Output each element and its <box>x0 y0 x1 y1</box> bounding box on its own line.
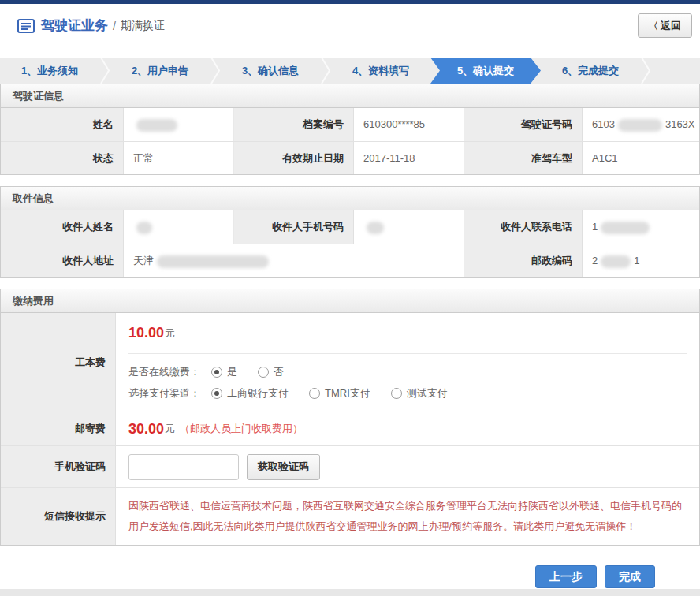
recipient-phone-label: 收件人联系电话 <box>464 210 583 244</box>
page-bottom-strip <box>0 589 700 596</box>
postage-fee-value: 30.00 <box>128 421 164 438</box>
name-label: 姓名 <box>1 108 124 141</box>
production-fee-label: 工本费 <box>1 313 116 412</box>
channel-option-icbc[interactable]: 工商银行支付 <box>211 386 289 400</box>
production-fee-unit: 元 <box>165 326 175 341</box>
license-section-title: 驾驶证信息 <box>1 84 699 108</box>
redacted-value <box>601 255 631 268</box>
step-tab-3[interactable]: 3、确认信息 <box>221 58 320 84</box>
recipient-mobile-label: 收件人手机号码 <box>234 210 354 244</box>
back-button-label: 返回 <box>661 20 681 32</box>
sms-notice-text: 因陕西省联通、电信运营商技术问题，陕西省互联网交通安全综合服务管理平台无法向持陕… <box>116 488 699 545</box>
payment-section-title: 缴纳费用 <box>1 289 699 313</box>
sms-code-row: 手机验证码 获取验证码 <box>1 445 699 487</box>
breadcrumb-current: 期满换证 <box>121 19 165 33</box>
step-tab-5-active[interactable]: 5、确认提交 <box>430 58 541 84</box>
postage-fee-row: 邮寄费 30.00元 （邮政人员上门收取费用） <box>1 412 699 445</box>
table-row: 状态 正常 有效期止日期 2017-11-18 准驾车型 A1C1 <box>1 141 699 174</box>
radio-checked-icon[interactable] <box>211 367 222 378</box>
payment-channel-question-row: 选择支付渠道： 工商银行支付 TMRI支付 测试支付 <box>128 382 699 404</box>
radio-unchecked-icon[interactable] <box>391 388 402 399</box>
step-separator-icon <box>320 58 331 84</box>
expiry-date-label: 有效期止日期 <box>234 142 354 174</box>
payment-section: 缴纳费用 工本费 10.00元 是否在线缴费： 是 否 选择支付渠道： 工商银行… <box>0 289 700 546</box>
page-title: 驾驶证业务 <box>41 17 108 35</box>
production-fee-content: 10.00元 是否在线缴费： 是 否 选择支付渠道： 工商银行支付 TMRI支付… <box>116 313 699 412</box>
breadcrumb-separator: / <box>113 20 116 32</box>
sms-notice-label: 短信接收提示 <box>1 488 116 545</box>
finish-button[interactable]: 完成 <box>605 565 655 588</box>
step-separator-icon <box>210 58 221 84</box>
expiry-date-value: 2017-11-18 <box>354 142 464 174</box>
channel-option-test[interactable]: 测试支付 <box>391 386 448 400</box>
postage-fee-content: 30.00元 （邮政人员上门收取费用） <box>116 412 699 445</box>
postage-fee-note: （邮政人员上门收取费用） <box>180 422 303 436</box>
online-payment-option-no[interactable]: 否 <box>258 365 284 379</box>
pickup-section-title: 取件信息 <box>1 187 699 210</box>
get-code-button[interactable]: 获取验证码 <box>247 454 320 480</box>
step-nav-filler <box>651 58 700 84</box>
redacted-value <box>618 119 662 132</box>
redacted-value <box>136 222 152 234</box>
radio-unchecked-icon[interactable] <box>309 388 320 399</box>
step-tab-1[interactable]: 1、业务须知 <box>0 58 99 84</box>
step-tab-2[interactable]: 2、用户申告 <box>110 58 210 84</box>
postage-fee-unit: 元 <box>165 422 175 436</box>
license-number-value: 61033163X <box>583 108 699 141</box>
online-payment-option-yes[interactable]: 是 <box>211 365 237 379</box>
sms-code-input[interactable] <box>128 454 239 480</box>
file-number-label: 档案编号 <box>234 108 354 141</box>
step-separator-icon <box>640 58 651 84</box>
step-separator-icon <box>99 58 110 84</box>
footer-actions: 上一步 完成 <box>0 557 700 588</box>
redacted-value <box>601 222 650 234</box>
license-info-section: 驾驶证信息 姓名 档案编号 610300****85 驾驶证号码 6103316… <box>0 84 700 175</box>
table-row: 姓名 档案编号 610300****85 驾驶证号码 61033163X <box>1 108 699 141</box>
license-number-label: 驾驶证号码 <box>464 108 583 141</box>
step-navigation: 1、业务须知 2、用户申告 3、确认信息 4、资料填写 5、确认提交 6、完成提… <box>0 58 700 84</box>
redacted-value <box>157 255 269 268</box>
form-list-icon <box>17 19 35 33</box>
step-tab-6[interactable]: 6、完成提交 <box>541 58 640 84</box>
online-payment-question: 是否在线缴费： <box>128 365 200 379</box>
previous-step-button[interactable]: 上一步 <box>535 565 597 588</box>
postcode-label: 邮政编码 <box>464 244 583 277</box>
production-fee-value: 10.00 <box>128 325 164 341</box>
pickup-info-section: 取件信息 收件人姓名 收件人手机号码 收件人联系电话 1 收件人地址 天津 邮政… <box>0 186 700 278</box>
table-row: 收件人地址 天津 邮政编码 21 <box>1 244 699 277</box>
postage-fee-label: 邮寄费 <box>1 412 116 445</box>
step-tab-4[interactable]: 4、资料填写 <box>331 58 430 84</box>
table-row: 收件人姓名 收件人手机号码 收件人联系电话 1 <box>1 210 699 244</box>
status-label: 状态 <box>1 142 124 174</box>
status-value: 正常 <box>124 142 234 174</box>
sms-notice-row: 短信接收提示 因陕西省联通、电信运营商技术问题，陕西省互联网交通安全综合服务管理… <box>1 487 699 545</box>
recipient-phone-value: 1 <box>583 210 699 244</box>
sms-code-label: 手机验证码 <box>1 446 116 487</box>
radio-unchecked-icon[interactable] <box>258 367 269 378</box>
production-fee-amount: 10.00元 <box>128 313 687 354</box>
recipient-name-value <box>124 210 234 244</box>
address-label: 收件人地址 <box>1 244 124 277</box>
vehicle-class-label: 准驾车型 <box>464 142 583 174</box>
sms-code-content: 获取验证码 <box>116 446 699 487</box>
recipient-mobile-value <box>354 210 464 244</box>
file-number-value: 610300****85 <box>354 108 464 141</box>
page-header: 驾驶证业务 / 期满换证 〈返回 <box>0 4 700 47</box>
radio-checked-icon[interactable] <box>211 388 222 399</box>
payment-channel-question: 选择支付渠道： <box>128 386 200 400</box>
address-value: 天津 <box>124 244 464 277</box>
postcode-value: 21 <box>583 244 699 277</box>
production-fee-row: 工本费 10.00元 是否在线缴费： 是 否 选择支付渠道： 工商银行支付 TM… <box>1 313 699 412</box>
redacted-value <box>367 222 384 234</box>
back-chevron-icon: 〈 <box>649 20 658 32</box>
back-button[interactable]: 〈返回 <box>638 13 692 38</box>
redacted-value <box>136 119 177 132</box>
channel-option-tmri[interactable]: TMRI支付 <box>309 386 370 400</box>
vehicle-class-value: A1C1 <box>583 142 699 174</box>
name-value <box>124 108 234 141</box>
recipient-name-label: 收件人姓名 <box>1 210 124 244</box>
online-payment-question-row: 是否在线缴费： 是 否 <box>128 361 699 382</box>
